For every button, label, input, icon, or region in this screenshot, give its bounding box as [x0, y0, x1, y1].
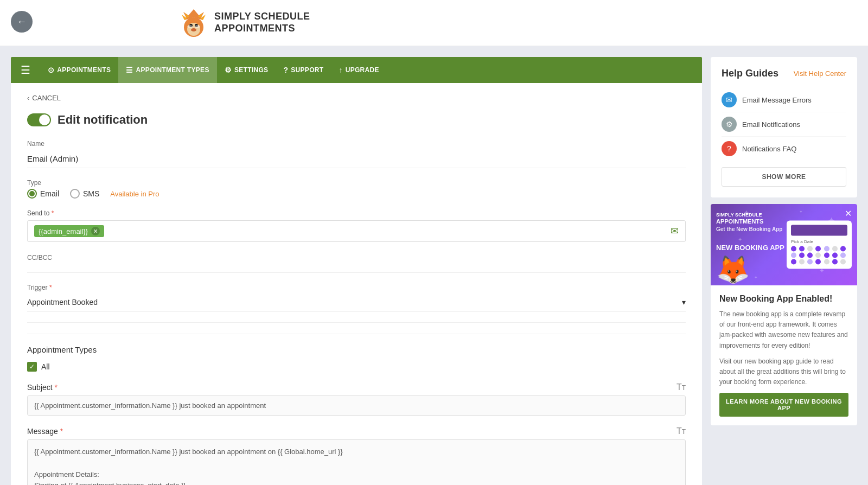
message-area[interactable]: {{ Appointment.customer_information.Name…	[27, 439, 686, 485]
notification-toggle[interactable]	[27, 113, 51, 126]
message-header: Message * Tт	[27, 426, 686, 436]
cancel-button[interactable]: ‹ CANCEL	[27, 94, 686, 102]
tag-remove-button[interactable]: ×	[91, 227, 100, 235]
admin-email-tag: {{admin_email}} ×	[34, 225, 104, 237]
nav-settings[interactable]: ⚙ SETTINGS	[217, 57, 276, 83]
appointment-types-icon: ☰	[126, 66, 133, 74]
type-section: Type Email SMS Available in Pro	[27, 179, 686, 199]
trigger-select[interactable]: Appointment Booked ▾	[27, 293, 686, 311]
edit-title: Edit notification	[58, 113, 148, 127]
nav-appointments[interactable]: ⊙ APPOINTMENTS	[40, 57, 118, 83]
help-item-email-notifications[interactable]: ⚙ Email Notifications	[722, 112, 846, 137]
email-radio[interactable]	[27, 189, 37, 199]
send-to-tags: {{admin_email}} ×	[34, 225, 104, 237]
top-bar: SIMPLY SCHEDULE APPOINTMENTS	[0, 0, 868, 46]
send-to-label: Send to *	[27, 209, 686, 217]
support-icon: ?	[283, 66, 288, 74]
type-sms-option[interactable]: SMS	[70, 189, 99, 199]
name-section: Name Email (Admin)	[27, 140, 686, 168]
nav-bar: ☰ ⊙ APPOINTMENTS ☰ APPOINTMENT TYPES ⚙ S…	[11, 57, 702, 83]
appointments-icon: ⊙	[48, 66, 54, 74]
promo-content: New Booking App Enabled! The new booking…	[711, 285, 857, 425]
help-header: Help Guides Visit Help Center	[722, 68, 846, 79]
available-pro-link[interactable]: Available in Pro	[110, 190, 159, 198]
promo-new-badge: Get the New Booking App NEW BOOKING APP	[716, 226, 784, 253]
upgrade-icon: ↑	[339, 66, 342, 74]
promo-banner: ✕ ✦ ✦ ✦ ✦ ✦ ✦ SIMPLY SCHEDULE APPOINTMEN…	[711, 204, 857, 285]
send-to-box[interactable]: {{admin_email}} × ✉	[27, 220, 686, 242]
fox-logo-icon	[179, 7, 209, 39]
nav-support[interactable]: ? SUPPORT	[276, 57, 331, 83]
subject-format-icon[interactable]: Tт	[676, 382, 686, 392]
logo: SIMPLY SCHEDULE APPOINTMENTS	[179, 7, 310, 39]
email-radio-label: Email	[40, 189, 59, 198]
section-divider	[27, 272, 686, 273]
main-content: ☰ ⊙ APPOINTMENTS ☰ APPOINTMENT TYPES ⚙ S…	[11, 57, 702, 485]
type-label: Type	[27, 179, 686, 187]
logo-text: SIMPLY SCHEDULE APPOINTMENTS	[214, 11, 310, 34]
promo-panel: ✕ ✦ ✦ ✦ ✦ ✦ ✦ SIMPLY SCHEDULE APPOINTMEN…	[711, 204, 857, 425]
show-more-button[interactable]: SHOW MORE	[722, 167, 846, 187]
all-checkbox[interactable]: ✓	[27, 362, 37, 372]
edit-header: Edit notification	[27, 113, 686, 127]
svg-point-12	[187, 25, 193, 28]
appt-types-title: Appointment Types	[27, 345, 686, 354]
subject-label: Subject *	[27, 383, 58, 392]
name-value: Email (Admin)	[27, 150, 686, 168]
promo-desc1: The new booking app is a complete revamp…	[719, 309, 848, 351]
message-label: Message *	[27, 427, 63, 436]
svg-point-13	[195, 25, 200, 28]
email-notifications-label: Email Notifications	[742, 120, 800, 129]
subject-input[interactable]: {{ Appointment.customer_information.Name…	[27, 395, 686, 416]
email-envelope-icon: ✉	[671, 225, 679, 237]
help-title: Help Guides	[722, 68, 778, 79]
message-line1: {{ Appointment.customer_information.Name…	[34, 446, 679, 458]
help-item-notifications-faq[interactable]: ? Notifications FAQ	[722, 137, 846, 161]
nav-appointment-types[interactable]: ☰ APPOINTMENT TYPES	[118, 57, 216, 83]
trigger-section: Trigger * Appointment Booked ▾	[27, 284, 686, 311]
promo-cta-button[interactable]: LEARN MORE ABOUT NEW BOOKING APP	[719, 393, 848, 417]
message-line2: Appointment Details:	[34, 469, 679, 481]
appointment-types-section: Appointment Types ✓ All	[27, 334, 686, 372]
trigger-chevron-icon: ▾	[682, 298, 686, 307]
email-errors-icon: ✉	[722, 92, 737, 107]
notifications-faq-icon: ?	[722, 141, 737, 156]
message-format-icon[interactable]: Tт	[676, 426, 686, 436]
promo-desc2: Visit our new booking app guide to read …	[719, 356, 848, 388]
svg-point-7	[191, 28, 196, 31]
visit-help-center-link[interactable]: Visit Help Center	[794, 69, 846, 78]
subject-section: Subject * Tт {{ Appointment.customer_inf…	[27, 382, 686, 416]
right-sidebar: Help Guides Visit Help Center ✉ Email Me…	[711, 57, 857, 485]
all-label: All	[41, 362, 50, 371]
settings-icon: ⚙	[225, 66, 232, 74]
cancel-arrow-icon: ‹	[27, 94, 29, 102]
email-errors-label: Email Message Errors	[742, 96, 812, 104]
all-checkbox-row: ✓ All	[27, 362, 686, 372]
ccbcc-label: CC/BCC	[27, 254, 52, 261]
sms-radio-label: SMS	[83, 189, 99, 198]
message-section: Message * Tт {{ Appointment.customer_inf…	[27, 426, 686, 485]
back-icon: ←	[17, 16, 27, 28]
type-row: Email SMS Available in Pro	[27, 189, 686, 199]
nav-hamburger[interactable]: ☰	[16, 59, 35, 81]
subject-header: Subject * Tт	[27, 382, 686, 392]
help-panel: Help Guides Visit Help Center ✉ Email Me…	[711, 57, 857, 197]
appt-types-divider	[27, 322, 686, 323]
notifications-faq-label: Notifications FAQ	[742, 145, 796, 153]
back-button[interactable]: ←	[11, 11, 33, 33]
nav-upgrade[interactable]: ↑ UPGRADE	[331, 57, 386, 83]
promo-ssa-text: SIMPLY SCHEDULE APPOINTMENTS	[716, 212, 763, 225]
form-area: ‹ CANCEL Edit notification Name Email (A…	[11, 83, 702, 485]
promo-fox-illustration: 🦊	[716, 254, 750, 285]
email-notifications-icon: ⚙	[722, 117, 737, 132]
promo-calendar-card: Pick a Date	[787, 221, 852, 269]
type-email-option[interactable]: Email	[27, 189, 59, 199]
send-to-section: Send to * {{admin_email}} × ✉	[27, 209, 686, 242]
help-item-email-errors[interactable]: ✉ Email Message Errors	[722, 88, 846, 112]
send-to-required: *	[52, 209, 54, 217]
promo-close-button[interactable]: ✕	[845, 208, 852, 219]
message-line3: Starting at {{ Appointment.business_star…	[34, 480, 679, 485]
sms-radio[interactable]	[70, 189, 80, 199]
promo-title: New Booking App Enabled!	[719, 294, 848, 304]
ccbcc-section: CC/BCC	[27, 253, 686, 261]
